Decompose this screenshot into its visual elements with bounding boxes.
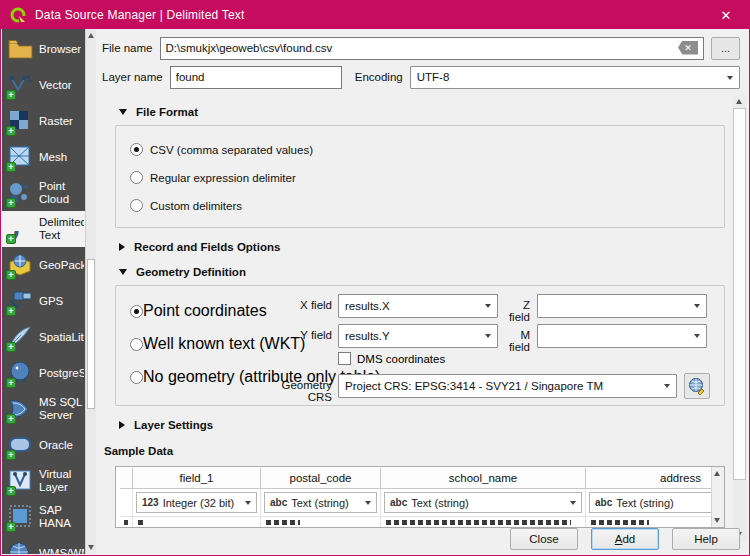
y-field-select[interactable]: results.Y (338, 324, 498, 348)
x-field-select[interactable]: results.X (338, 294, 498, 318)
scrollbar-thumb[interactable] (733, 108, 746, 480)
dms-coordinates-checkbox[interactable]: DMS coordinates (338, 352, 445, 365)
titlebar: Data Source Manager | Delimited Text ✕ (1, 1, 749, 29)
scroll-down-icon[interactable] (88, 545, 94, 550)
radio-button-icon[interactable] (130, 338, 143, 351)
column-header[interactable]: field_1 (133, 468, 261, 489)
virtual-layer-icon: + (7, 468, 34, 494)
plus-badge-icon: + (6, 486, 16, 496)
sidebar-item-label: GeoPackage (39, 259, 84, 272)
field-type-select[interactable]: 123 Integer (32 bit) (136, 492, 257, 513)
corner-header-cell (120, 468, 133, 489)
file-name-input[interactable] (160, 37, 705, 60)
row-header-cell (120, 489, 133, 517)
expand-arrow-icon (119, 421, 125, 429)
qgis-logo-icon (10, 7, 27, 24)
sidebar-item-wms-wmts[interactable]: + WMS/WMTS (2, 535, 85, 554)
chevron-down-icon (664, 384, 670, 388)
vector-icon: + (7, 72, 34, 98)
plus-badge-icon: + (6, 522, 16, 532)
section-record-fields-options[interactable]: Record and Fields Options (119, 241, 732, 253)
close-button[interactable]: Close (510, 528, 578, 550)
radio-button-icon[interactable] (130, 371, 143, 384)
collapse-arrow-icon (119, 109, 127, 115)
geometry-crs-label: Geometry CRS (256, 379, 332, 403)
browse-file-button[interactable]: ... (711, 37, 740, 60)
section-geometry-definition[interactable]: Geometry Definition (119, 266, 732, 278)
radio-custom-delimiters[interactable]: Custom delimiters (130, 199, 724, 212)
encoding-select[interactable]: UTF-8 (410, 66, 740, 89)
globe-icon: + (7, 540, 34, 554)
source-type-sidebar: Browser + Vector + Raster (2, 29, 96, 554)
table-scrollbar[interactable] (711, 467, 724, 527)
sidebar-item-browser[interactable]: Browser (2, 31, 85, 67)
scroll-up-icon[interactable] (736, 99, 742, 104)
radio-button-icon[interactable] (130, 305, 143, 318)
radio-point-coordinates[interactable]: Point coordinates (130, 302, 267, 320)
z-field-label: Z field (502, 299, 530, 323)
file-format-groupbox: CSV (comma separated values) Regular exp… (115, 125, 725, 228)
checkbox-icon[interactable] (338, 352, 351, 365)
radio-regexp-delimiter[interactable]: Regular expression delimiter (130, 171, 724, 184)
close-window-icon[interactable]: ✕ (703, 1, 749, 29)
m-field-select[interactable] (537, 324, 707, 348)
plus-badge-icon: + (6, 234, 16, 244)
sidebar-scrollbar[interactable] (85, 29, 96, 554)
field-type-row: 123 Integer (32 bit) abc Text (string) (120, 489, 725, 517)
plus-badge-icon: + (6, 306, 16, 316)
sample-data-title: Sample Data (104, 445, 732, 457)
sidebar-item-delimited-text[interactable]: , + Delimited Text (2, 211, 85, 247)
scroll-down-icon[interactable] (714, 518, 720, 523)
layer-name-input[interactable] (170, 66, 342, 89)
radio-csv[interactable]: CSV (comma separated values) (130, 143, 724, 156)
sidebar-item-oracle[interactable]: + Oracle (2, 427, 85, 463)
radio-button-icon[interactable] (130, 143, 143, 156)
select-crs-button[interactable] (684, 373, 710, 399)
scrollbar-thumb[interactable] (87, 259, 95, 409)
add-button[interactable]: Add (591, 528, 659, 550)
section-file-format[interactable]: File Format (119, 106, 732, 118)
column-header[interactable]: address (586, 468, 725, 489)
expand-arrow-icon (119, 243, 125, 251)
column-header[interactable]: school_name (381, 468, 586, 489)
chevron-down-icon (485, 304, 491, 308)
sample-data-table: field_1 postal_code school_name address … (115, 466, 725, 528)
sidebar-item-label: SAP HANA (39, 504, 84, 530)
sidebar-item-gps[interactable]: + GPS (2, 283, 85, 319)
z-field-select[interactable] (537, 294, 707, 318)
sidebar-item-label: WMS/WMTS (39, 547, 84, 554)
sidebar-item-label: Vector (39, 79, 72, 92)
chevron-down-icon (694, 334, 700, 338)
scroll-up-icon[interactable] (88, 33, 94, 38)
plus-badge-icon: + (6, 270, 16, 280)
column-header[interactable]: postal_code (261, 468, 381, 489)
sidebar-item-ms-sql-server[interactable]: + MS SQL Server (2, 391, 85, 427)
sidebar-item-sap-hana[interactable]: + SAP HANA (2, 499, 85, 535)
sidebar-item-point-cloud[interactable]: + Point Cloud (2, 175, 85, 211)
sidebar-item-vector[interactable]: + Vector (2, 67, 85, 103)
m-field-label: M field (499, 329, 530, 353)
geometry-crs-select[interactable]: Project CRS: EPSG:3414 - SVY21 / Singapo… (338, 374, 677, 398)
gps-icon: + (7, 288, 34, 314)
radio-button-icon[interactable] (130, 171, 143, 184)
comma-icon: , + (7, 216, 34, 242)
sap-hana-icon: + (7, 504, 34, 530)
form-scrollbar[interactable] (733, 95, 746, 541)
sidebar-item-virtual-layer[interactable]: + Virtual Layer (2, 463, 85, 499)
help-button[interactable]: Help (672, 528, 740, 550)
field-type-select[interactable]: abc Text (string) (589, 492, 725, 513)
field-type-select[interactable]: abc Text (string) (384, 492, 582, 513)
field-type-select[interactable]: abc Text (string) (264, 492, 377, 513)
window-title: Data Source Manager | Delimited Text (35, 8, 245, 22)
table-header-row: field_1 postal_code school_name address (120, 468, 725, 489)
radio-button-icon[interactable] (130, 199, 143, 212)
sidebar-item-postgresql[interactable]: + PostgreSQL (2, 355, 85, 391)
plus-badge-icon: + (6, 378, 16, 388)
sidebar-item-geopackage[interactable]: + GeoPackage (2, 247, 85, 283)
sidebar-item-label: SpatiaLite (39, 331, 84, 344)
sidebar-item-raster[interactable]: + Raster (2, 103, 85, 139)
sidebar-item-spatialite[interactable]: + SpatiaLite (2, 319, 85, 355)
scroll-up-icon[interactable] (714, 471, 720, 476)
sidebar-item-mesh[interactable]: + Mesh (2, 139, 85, 175)
section-layer-settings[interactable]: Layer Settings (119, 419, 732, 431)
